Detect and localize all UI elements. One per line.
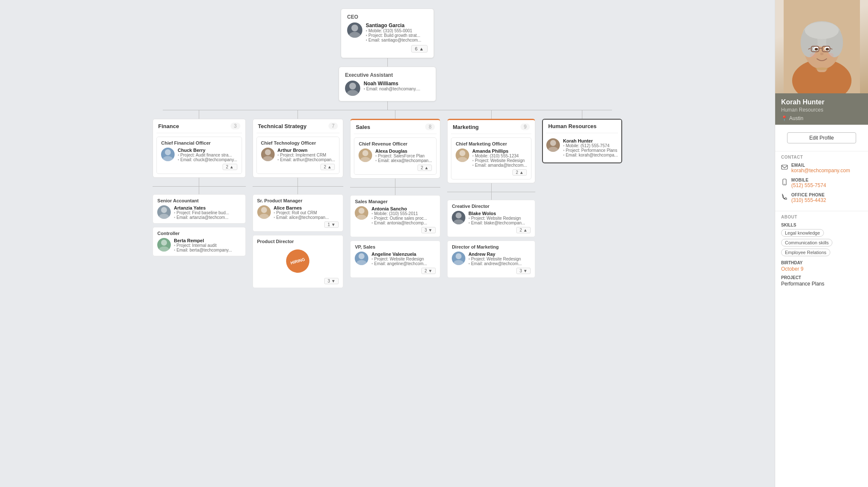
phone-icon [781, 193, 788, 200]
svg-point-1 [349, 32, 361, 38]
ceo-info: Santiago Garcia Mobile: (310) 555-0001 P… [366, 22, 428, 42]
finance-dept-name: Finance [158, 123, 179, 129]
finance-col: Finance 3 Chief Financial Officer [153, 110, 245, 256]
contact-section-title: CONTACT [781, 155, 862, 160]
birthday-value: October 9 [781, 266, 862, 272]
email-row: EMAIL korah@techcompany.com [781, 163, 862, 174]
cto-avatar [261, 148, 275, 161]
profile-info-bar: Korah Hunter Human Resources 📍 Austin [775, 93, 868, 125]
svg-rect-49 [782, 165, 787, 169]
tech-dept-block[interactable]: Technical Strategy 7 Chief Technology Of… [253, 119, 344, 178]
ea-dept-vline [387, 101, 388, 110]
edit-profile-btn[interactable]: Edit Profile [787, 132, 856, 143]
cro-expand[interactable]: 2 ▲ [417, 165, 432, 171]
senior-accountant-card[interactable]: Senior Accountant Artanzia Yates Project… [153, 194, 245, 224]
svg-point-8 [161, 240, 167, 246]
ceo-project: Project: Build growth strat... [366, 33, 428, 38]
svg-point-5 [163, 156, 173, 161]
office-row: OFFICE PHONE (310) 555-4432 [781, 193, 862, 203]
office-label: OFFICE PHONE [791, 193, 826, 197]
creative-director-card[interactable]: Creative Director Blake Wolos Project: W… [447, 200, 535, 237]
location-text: Austin [789, 115, 803, 121]
ceo-expand-btn[interactable]: 6 ▲ [411, 45, 428, 53]
product-director-expand[interactable]: 3 ▼ [324, 278, 339, 284]
ceo-avatar [347, 22, 362, 38]
sales-manager-expand[interactable]: 3 ▼ [421, 227, 436, 233]
project-value: Performance Plans [781, 281, 862, 287]
email-icon [781, 164, 788, 171]
ceo-mobile: Mobile: (310) 555-0001 [366, 28, 428, 33]
ceo-title: CEO [347, 14, 428, 20]
svg-point-9 [159, 246, 169, 252]
svg-point-11 [263, 156, 273, 161]
about-title: ABOUT [781, 215, 862, 219]
hr-dept-block[interactable]: Human Resources Korah Hunter Mobile: (51… [542, 119, 622, 163]
svg-point-15 [360, 157, 370, 162]
sales-dept-name: Sales [356, 124, 370, 130]
email-value[interactable]: korah@techcompany.com [791, 168, 850, 174]
sr-pm-avatar [257, 205, 271, 219]
cfo-finance-avatar [161, 148, 175, 161]
sales-manager-card[interactable]: Sales Manager Antonia Sancho Mobile: (31… [350, 195, 440, 237]
ea-card-wrapper: Executive Assistant Noah Williams Email:… [339, 67, 436, 101]
finance-dept-block[interactable]: Finance 3 Chief Financial Officer [153, 119, 245, 178]
profile-location: 📍 Austin [781, 115, 862, 121]
dept-row: Finance 3 Chief Financial Officer [154, 110, 620, 288]
svg-point-17 [356, 215, 367, 220]
dir-marketing-expand[interactable]: 3 ▼ [516, 268, 531, 274]
dir-marketing-card[interactable]: Director of Marketing Andrew Ray Project… [447, 241, 535, 278]
svg-point-24 [456, 253, 462, 259]
product-director-card[interactable]: Product Director HIRING 3 ▼ [253, 235, 344, 288]
right-panel: Korah Hunter Human Resources 📍 Austin Ed… [775, 0, 868, 487]
marketing-dept-block[interactable]: Marketing 9 Chief Marketing Officer [447, 119, 535, 183]
cto-card[interactable]: Chief Technology Officer Arthur Brown Pr… [256, 137, 340, 174]
svg-point-46 [810, 53, 817, 57]
svg-point-20 [459, 150, 465, 156]
sr-pm-expand[interactable]: 1 ▼ [324, 221, 339, 228]
vp-sales-card[interactable]: VP, Sales Angeline Valenzuela Project: W… [350, 241, 440, 278]
svg-point-21 [457, 157, 467, 162]
dir-marketing-avatar [452, 252, 465, 265]
ceo-email: Email: santiago@techcom... [366, 38, 428, 42]
ceo-vline [387, 58, 388, 67]
mobile-icon [781, 179, 788, 185]
org-chart: CEO Santiago Garcia Mobile: (310) 555-00… [8, 8, 766, 305]
creative-director-expand[interactable]: 2 ▲ [516, 227, 531, 233]
svg-point-27 [548, 147, 558, 152]
sr-pm-card[interactable]: Sr. Product Manager Alice Barnes Project… [253, 194, 344, 232]
profile-photo-placeholder [775, 0, 868, 93]
cmo-expand[interactable]: 2 ▲ [512, 169, 527, 176]
contact-section: CONTACT EMAIL korah@techcompany.com MOBI… [775, 151, 868, 211]
finance-dept-count: 3 [231, 123, 240, 129]
cro-card[interactable]: Chief Revenue Officer Alexa Douglas Proj… [354, 137, 437, 175]
ceo-card[interactable]: CEO Santiago Garcia Mobile: (310) 555-00… [341, 8, 434, 58]
cfo-finance-card[interactable]: Chief Financial Officer Chuck Berry Proj… [156, 137, 242, 174]
svg-point-22 [456, 213, 462, 218]
svg-point-3 [347, 90, 359, 96]
profile-avatar-svg [784, 0, 860, 93]
tech-dept-count: 7 [328, 123, 338, 129]
svg-point-0 [351, 25, 358, 31]
svg-point-38 [815, 48, 818, 50]
cmo-card[interactable]: Chief Marketing Officer Amanda Phillips … [451, 137, 531, 179]
cmo-avatar [456, 148, 469, 162]
office-value[interactable]: (310) 555-4432 [791, 197, 826, 203]
mobile-value[interactable]: (512) 555-7574 [791, 182, 826, 188]
sales-dept-block[interactable]: Sales 8 Chief Revenue Officer [350, 119, 440, 179]
project-label: PROJECT [781, 275, 862, 280]
svg-point-48 [815, 67, 828, 70]
svg-point-23 [453, 219, 464, 224]
cfo-finance-project: Project: Audit finance stra... [178, 153, 237, 157]
skills-container: Legal knowledge Communication skills Emp… [781, 229, 862, 256]
svg-point-7 [159, 214, 169, 219]
controller-card[interactable]: Controller Berta Rempel Project: Interna… [153, 227, 245, 256]
vp-sales-expand[interactable]: 2 ▼ [421, 268, 436, 274]
cfo-finance-expand[interactable]: 2 ▲ [223, 164, 237, 170]
hr-avatar [546, 138, 560, 152]
skills-label: SKILLS [781, 223, 862, 227]
tech-col: Technical Strategy 7 Chief Technology Of… [253, 110, 344, 288]
marketing-col: Marketing 9 Chief Marketing Officer [447, 110, 535, 278]
svg-point-18 [359, 253, 364, 259]
cto-expand[interactable]: 2 ▲ [320, 164, 335, 170]
ea-avatar [345, 81, 360, 96]
